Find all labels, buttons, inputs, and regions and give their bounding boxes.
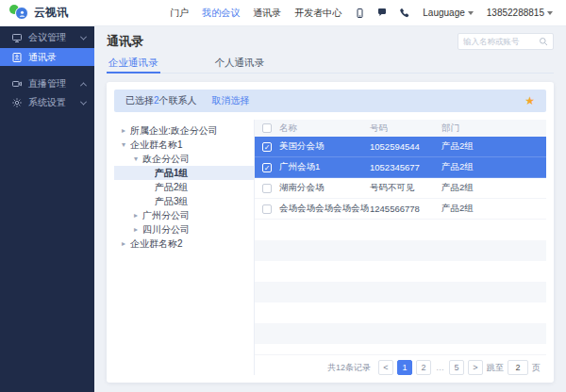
language-selector[interactable]: Lauguage xyxy=(423,8,474,18)
phone-icon[interactable] xyxy=(399,8,409,18)
empty-table-row xyxy=(255,240,546,261)
nav-item-通讯录[interactable]: 通讯录 xyxy=(253,7,281,20)
row-checkbox[interactable] xyxy=(262,204,272,214)
selection-text: 已选择2个联系人 xyxy=(125,94,197,107)
cancel-selection-link[interactable]: 取消选择 xyxy=(212,94,250,107)
sidebar: 会议管理通讯录直播管理系统设置 xyxy=(0,26,94,392)
search-icon[interactable] xyxy=(539,37,548,46)
cell-dept: 产品2组 xyxy=(441,182,546,194)
cell-name: 会场会场会场会场会场 xyxy=(279,203,370,215)
row-checkbox[interactable] xyxy=(262,184,272,193)
selection-bar: 已选择2个联系人 取消选择 ★ xyxy=(114,90,546,112)
tree-node-广州分公司[interactable]: ▸广州分公司 xyxy=(114,208,254,222)
page-button-2[interactable]: 2 xyxy=(416,360,431,375)
row-checkbox[interactable]: ✓ xyxy=(262,142,272,152)
tree-node-企业群名称1[interactable]: ▾企业群名称1 xyxy=(114,138,254,152)
sidebar-item-label: 通讯录 xyxy=(28,51,86,64)
sidebar-item-label: 系统设置 xyxy=(28,96,75,109)
page-button-1[interactable]: 1 xyxy=(397,360,412,375)
caret-right-icon: ▸ xyxy=(134,211,142,220)
content-split: ▸所属企业:政企分公司▾企业群名称1▾政企分公司产品1组产品2组产品3组▸广州分… xyxy=(114,120,546,375)
tree-node-企业群名称2[interactable]: ▸企业群名称2 xyxy=(114,237,254,251)
tree-node-产品1组[interactable]: 产品1组 xyxy=(114,166,254,180)
cell-number: 1052594544 xyxy=(370,141,441,152)
chevron-down-icon xyxy=(80,33,87,40)
page-ellipsis: … xyxy=(435,363,445,372)
page-title: 通讯录 xyxy=(107,33,143,50)
empty-table-row xyxy=(255,323,546,344)
gear-icon xyxy=(11,97,23,108)
logo-person-icon xyxy=(15,7,28,20)
tab-个人通讯录[interactable]: 个人通讯录 xyxy=(213,57,267,73)
chat-icon[interactable] xyxy=(376,8,388,18)
star-icon[interactable]: ★ xyxy=(524,95,535,106)
jump-page-input[interactable] xyxy=(508,360,528,375)
caret-down-icon: ▾ xyxy=(134,155,142,163)
caret-right-icon: ▸ xyxy=(134,225,142,234)
tree-node-产品3组[interactable]: 产品3组 xyxy=(114,194,254,208)
app-title: 云视讯 xyxy=(34,5,68,21)
cell-name: 湖南分会场 xyxy=(279,182,370,194)
chevron-up-icon xyxy=(80,82,87,89)
checkbox-cell: ✓ xyxy=(255,142,279,152)
nav-item-我的会议[interactable]: 我的会议 xyxy=(202,7,240,20)
table-row[interactable]: 会场会场会场会场会场1245566778产品2组 xyxy=(255,199,546,220)
main-area: 通讯录 企业通讯录个人通讯录 已选择2个联系人 取消选择 ★ ▸所属企业:政企分… xyxy=(94,26,566,392)
tree-node-所属企业:政企分公司[interactable]: ▸所属企业:政企分公司 xyxy=(114,123,254,138)
nav-item-开发者中心[interactable]: 开发者中心 xyxy=(294,7,341,20)
cell-dept: 产品2组 xyxy=(441,140,546,153)
nav-item-门户[interactable]: 门户 xyxy=(170,7,189,20)
column-header-name: 名称 xyxy=(279,122,370,135)
empty-table-row xyxy=(255,302,546,323)
jump-label: 跳至 xyxy=(487,362,504,374)
select-all-checkbox[interactable] xyxy=(262,123,272,133)
contacts-card: 已选择2个联系人 取消选择 ★ ▸所属企业:政企分公司▾企业群名称1▾政企分公司… xyxy=(107,82,554,383)
table-header: 名称 号码 部门 xyxy=(255,120,546,137)
camera-icon xyxy=(11,78,23,90)
account-menu[interactable]: 13852288815 xyxy=(487,8,553,18)
caret-down-icon: ▾ xyxy=(122,140,130,149)
checkbox-cell xyxy=(255,184,279,193)
sidebar-item-通讯录[interactable]: 通讯录 xyxy=(0,48,94,66)
empty-table-row xyxy=(255,282,546,302)
contacts-table: 名称 号码 部门 ✓美国分会场1052594544产品2组✓广州会场110523… xyxy=(254,120,546,375)
top-navigation: 门户我的会议通讯录开发者中心 Lauguage 13852288815 xyxy=(170,7,553,20)
mobile-icon[interactable] xyxy=(355,8,365,19)
cell-number: 号码不可见 xyxy=(370,182,441,194)
tree-node-label: 企业群名称1 xyxy=(130,139,183,152)
table-row[interactable]: ✓美国分会场1052594544产品2组 xyxy=(255,137,546,157)
tree-node-label: 产品1组 xyxy=(155,167,189,180)
checkbox-cell: ✓ xyxy=(255,163,279,172)
prev-page-button[interactable]: < xyxy=(378,360,393,375)
tree-node-label: 企业群名称2 xyxy=(130,237,183,251)
row-checkbox[interactable]: ✓ xyxy=(262,163,272,172)
sidebar-item-直播管理[interactable]: 直播管理 xyxy=(0,75,94,92)
chevron-down-icon xyxy=(547,11,553,18)
tree-node-label: 广州分公司 xyxy=(142,209,190,222)
tree-node-产品2组[interactable]: 产品2组 xyxy=(114,180,254,194)
contacts-icon xyxy=(11,52,23,63)
sidebar-item-label: 直播管理 xyxy=(28,77,75,90)
tab-企业通讯录[interactable]: 企业通讯录 xyxy=(107,57,160,74)
search-box[interactable] xyxy=(458,33,554,50)
next-page-button[interactable]: > xyxy=(468,360,483,375)
topbar: 云视讯 门户我的会议通讯录开发者中心 Lauguage 13852288815 xyxy=(0,0,566,26)
account-number: 13852288815 xyxy=(487,8,544,18)
tree-node-label: 所属企业:政企分公司 xyxy=(130,124,218,138)
cell-name: 美国分会场 xyxy=(279,140,370,153)
tabs: 企业通讯录个人通讯录 xyxy=(107,57,554,74)
jump-suffix-label: 页 xyxy=(532,362,541,374)
tree-node-四川分公司[interactable]: ▸四川分公司 xyxy=(114,222,254,237)
cell-name: 广州会场1 xyxy=(279,161,370,173)
chevron-down-icon xyxy=(80,98,87,105)
search-input[interactable] xyxy=(463,37,539,46)
table-row[interactable]: 湖南分会场号码不可见产品2组 xyxy=(255,178,546,199)
sidebar-item-系统设置[interactable]: 系统设置 xyxy=(0,94,94,111)
tree-node-label: 四川分公司 xyxy=(142,223,190,237)
tree-node-政企分公司[interactable]: ▾政企分公司 xyxy=(114,152,254,166)
empty-table-row xyxy=(255,220,546,240)
sidebar-item-会议管理[interactable]: 会议管理 xyxy=(0,29,94,46)
page-button-5[interactable]: 5 xyxy=(449,360,464,375)
page-header: 通讯录 xyxy=(107,32,554,51)
table-row[interactable]: ✓广州会场11052345677产品2组 xyxy=(255,157,546,178)
